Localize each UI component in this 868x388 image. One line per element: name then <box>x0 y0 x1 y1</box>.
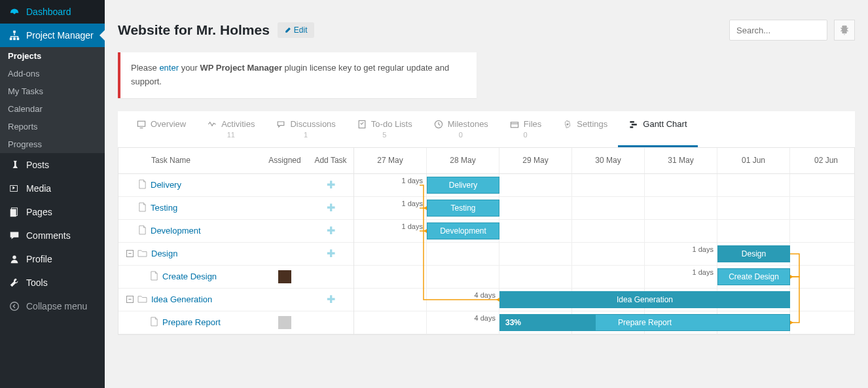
avatar[interactable] <box>278 270 291 283</box>
comment-icon <box>8 229 21 242</box>
sidebar-item-project-manager[interactable]: Project Manager <box>0 24 105 47</box>
settings-button[interactable] <box>834 20 855 41</box>
sidebar-item-media[interactable]: Media <box>0 177 105 200</box>
tab-label: Milestones <box>448 119 488 129</box>
sidebar-item-profile[interactable]: Profile <box>0 247 105 271</box>
task-link[interactable]: Prepare Report <box>162 317 221 327</box>
table-row: Create Design <box>118 266 353 289</box>
sidebar-sub-addons[interactable]: Add-ons <box>0 65 105 82</box>
svg-point-8 <box>12 256 16 259</box>
sidebar-sub-my-tasks[interactable]: My Tasks <box>0 82 105 100</box>
notice-text: your <box>179 63 200 73</box>
sidebar-item-dashboard[interactable]: Dashboard <box>0 0 105 24</box>
add-task-button[interactable]: ✚ <box>308 179 353 191</box>
svg-rect-1 <box>13 31 16 33</box>
sidebar-item-comments[interactable]: Comments <box>0 224 105 247</box>
svg-rect-17 <box>630 126 634 128</box>
discussion-icon <box>276 119 286 130</box>
table-row: Testing ✚ <box>118 197 353 220</box>
collapse-toggle[interactable]: − <box>126 296 134 303</box>
sidebar-submenu: Projects Add-ons My Tasks Calendar Repor… <box>0 47 105 153</box>
avatar[interactable] <box>278 316 291 329</box>
duration-label: 1 days <box>402 177 427 185</box>
collapse-toggle[interactable]: − <box>126 250 134 257</box>
sidebar-item-pages[interactable]: Pages <box>0 200 105 224</box>
sidebar-sub-calendar[interactable]: Calendar <box>0 100 105 118</box>
sidebar-label: Posts <box>26 160 49 170</box>
add-task-button[interactable]: ✚ <box>308 293 353 306</box>
gantt-bar-create-design[interactable]: Create Design <box>717 268 790 285</box>
tab-files[interactable]: Files 0 <box>499 111 552 147</box>
tab-label: Discussions <box>290 119 335 129</box>
gantt-bar-idea-generation[interactable]: Idea Generation <box>499 291 790 308</box>
sidebar-item-posts[interactable]: Posts <box>0 153 105 177</box>
gear-icon <box>562 119 573 130</box>
pin-icon <box>8 158 21 171</box>
notice-text: Please <box>131 63 159 73</box>
duration-label: 1 days <box>402 222 427 230</box>
edit-button[interactable]: Edit <box>278 22 314 38</box>
sidebar-sub-progress[interactable]: Progress <box>0 135 105 153</box>
sidebar-sub-projects[interactable]: Projects <box>0 47 105 65</box>
gantt-icon <box>628 119 639 130</box>
sidebar-item-collapse[interactable]: Collapse menu <box>0 294 105 318</box>
folder-icon <box>137 294 147 305</box>
tab-overview[interactable]: Overview <box>126 111 196 147</box>
add-task-button[interactable]: ✚ <box>308 247 353 260</box>
svg-rect-13 <box>511 122 518 127</box>
tab-count: 5 <box>382 131 386 139</box>
milestone-icon <box>433 119 444 130</box>
tab-activities[interactable]: Activities 11 <box>196 111 265 147</box>
document-icon <box>138 179 147 191</box>
task-link[interactable]: Create Design <box>162 272 217 281</box>
files-icon <box>509 119 520 130</box>
task-link[interactable]: Design <box>151 249 177 258</box>
progress-label: 33% <box>500 315 596 330</box>
task-link[interactable]: Delivery <box>151 180 181 190</box>
search-input[interactable] <box>729 20 827 41</box>
gantt-bar-development[interactable]: Development <box>427 222 499 239</box>
notice-enter-link[interactable]: enter <box>159 63 179 73</box>
svg-rect-3 <box>13 38 16 41</box>
sidebar-label: Pages <box>26 207 52 217</box>
document-icon <box>138 202 147 214</box>
sidebar-label: Media <box>26 183 51 194</box>
gantt-body: 1 days Delivery 1 days Testing 1 days De… <box>354 174 854 334</box>
tab-gantt[interactable]: Gantt Chart <box>618 111 697 147</box>
notice-product: WP Project Manager <box>200 63 282 73</box>
tab-discussions[interactable]: Discussions 1 <box>265 111 346 147</box>
gantt-bar-delivery[interactable]: Delivery <box>427 177 499 194</box>
folder-icon <box>137 249 147 259</box>
day-header: 29 May <box>499 148 572 173</box>
gantt-bar-prepare-report[interactable]: 33% Prepare Report <box>499 314 790 331</box>
col-task-name: Task Name <box>118 156 262 165</box>
sidebar-item-tools[interactable]: Tools <box>0 271 105 294</box>
pencil-icon <box>284 27 291 34</box>
tab-milestones[interactable]: Milestones 0 <box>423 111 499 147</box>
media-icon <box>8 182 21 195</box>
add-task-button[interactable]: ✚ <box>308 202 353 214</box>
duration-label: 1 days <box>402 200 427 207</box>
sidebar-label: Comments <box>26 230 71 241</box>
bar-label: Prepare Report <box>618 318 672 327</box>
gear-icon <box>839 25 850 35</box>
sidebar-sub-reports[interactable]: Reports <box>0 118 105 135</box>
dashboard-icon <box>8 5 21 18</box>
sidebar-label: Dashboard <box>26 7 71 17</box>
add-task-button[interactable]: ✚ <box>308 224 353 237</box>
tab-settings[interactable]: Settings <box>552 111 618 147</box>
svg-rect-10 <box>137 121 145 126</box>
document-icon <box>138 225 147 237</box>
svg-rect-7 <box>10 209 16 217</box>
gantt-bar-design[interactable]: Design <box>717 245 790 262</box>
duration-label: 1 days <box>693 245 717 253</box>
gantt-bar-testing[interactable]: Testing <box>427 200 499 217</box>
svg-point-14 <box>567 123 569 125</box>
table-row: −Design ✚ <box>118 243 353 266</box>
tab-todo[interactable]: To-do Lists 5 <box>346 111 423 147</box>
svg-rect-15 <box>630 121 634 122</box>
tab-count <box>657 131 659 139</box>
task-link[interactable]: Development <box>151 226 201 236</box>
task-link[interactable]: Testing <box>151 203 177 213</box>
task-link[interactable]: Idea Generation <box>151 294 212 304</box>
